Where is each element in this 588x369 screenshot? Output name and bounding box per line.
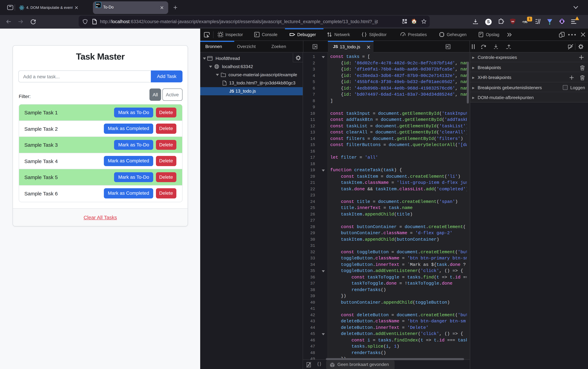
svg-text:uo: uo: [511, 20, 514, 23]
